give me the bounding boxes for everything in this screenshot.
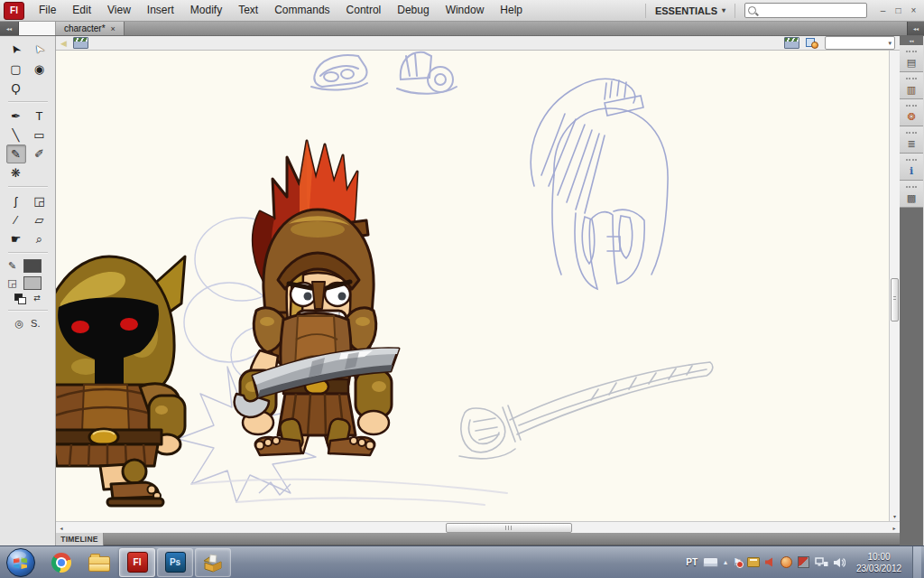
menu-commands[interactable]: Commands bbox=[266, 0, 337, 21]
black-white-button[interactable] bbox=[14, 294, 26, 304]
grip-icon bbox=[906, 159, 917, 163]
swap-colors-button[interactable]: ⇄ bbox=[33, 294, 41, 304]
panel-color[interactable]: ❂ bbox=[900, 99, 923, 126]
taskbar-box-app-button[interactable] bbox=[195, 548, 231, 577]
zoom-tool[interactable]: ⌕ bbox=[30, 229, 50, 248]
network-icon[interactable] bbox=[815, 557, 828, 568]
system-tray: PT ▴ ⚑ 10:00 23/03/2012 bbox=[686, 546, 924, 578]
panel-align[interactable]: ≣ bbox=[900, 126, 923, 154]
edit-symbols-button[interactable] bbox=[806, 38, 818, 49]
menu-insert[interactable]: Insert bbox=[139, 0, 182, 21]
flash-app-icon[interactable]: Fl bbox=[4, 2, 24, 20]
subselection-tool[interactable]: ➤ bbox=[30, 41, 50, 60]
taskbar-photoshop-button[interactable]: Ps bbox=[157, 548, 193, 577]
dock-collapse-button[interactable]: ◂◂ bbox=[900, 36, 923, 45]
tab-title: character* bbox=[64, 23, 106, 33]
menu-window[interactable]: Window bbox=[438, 0, 493, 21]
window-controls: – □ × bbox=[876, 5, 920, 17]
taskbar-chrome-button[interactable] bbox=[43, 548, 79, 577]
keyboard-icon[interactable] bbox=[703, 557, 718, 567]
eyedropper-tool[interactable]: ∕ bbox=[6, 210, 26, 229]
language-indicator[interactable]: PT bbox=[686, 557, 698, 567]
scroll-right-arrow[interactable]: ▸ bbox=[889, 522, 900, 533]
taskbar-clock[interactable]: 10:00 23/03/2012 bbox=[851, 551, 907, 574]
tray-yellow-app-icon[interactable] bbox=[747, 557, 760, 567]
deco-tool[interactable]: ❋ bbox=[6, 163, 26, 182]
tab-well-empty bbox=[125, 22, 907, 35]
fill-color-control[interactable]: ◲ bbox=[6, 276, 50, 290]
dock-expand-button[interactable]: ◂◂ bbox=[907, 22, 924, 35]
fill-color-swatch[interactable] bbox=[23, 276, 42, 290]
close-button[interactable]: × bbox=[907, 5, 920, 17]
text-tool[interactable]: T bbox=[30, 107, 50, 126]
menu-debug[interactable]: Debug bbox=[389, 0, 437, 21]
free-transform-tool[interactable]: ▢ bbox=[6, 60, 26, 79]
search-box[interactable] bbox=[744, 3, 867, 18]
vertical-scrollbar-thumb[interactable] bbox=[891, 278, 899, 322]
search-input[interactable] bbox=[760, 5, 864, 16]
stage-canvas[interactable] bbox=[56, 51, 889, 521]
start-button[interactable] bbox=[5, 547, 36, 578]
panel-library[interactable]: ▥ bbox=[900, 72, 923, 99]
maximize-button[interactable]: □ bbox=[892, 5, 905, 17]
taskbar-flash-button[interactable]: Fl bbox=[119, 548, 155, 577]
menu-edit[interactable]: Edit bbox=[64, 0, 99, 21]
selection-arrow-icon: ➤ bbox=[7, 42, 24, 59]
workspace-switcher[interactable]: ESSENTIALS ▾ bbox=[645, 4, 735, 18]
object-drawing-toggle[interactable]: ◎ bbox=[14, 318, 23, 330]
3d-rotation-tool[interactable]: ◉ bbox=[30, 60, 50, 79]
vertical-scrollbar[interactable]: ▾ bbox=[889, 51, 900, 521]
tools-divider bbox=[8, 101, 48, 103]
panel-info[interactable]: ℹ bbox=[900, 154, 923, 181]
back-arrow-icon[interactable]: ◀ bbox=[60, 39, 67, 48]
pencil-tool[interactable]: ✎ bbox=[6, 144, 26, 163]
volume-icon[interactable] bbox=[834, 557, 845, 568]
chevron-down-icon: ▾ bbox=[722, 6, 725, 14]
tools-divider bbox=[8, 310, 48, 312]
stroke-color-swatch[interactable] bbox=[23, 259, 42, 273]
scroll-down-arrow[interactable]: ▾ bbox=[890, 511, 900, 521]
edit-scene-button[interactable] bbox=[784, 37, 799, 49]
hidden-icons-chevron[interactable]: ▴ bbox=[724, 558, 727, 566]
workspace-label: ESSENTIALS bbox=[655, 5, 717, 16]
stage-zoom-select[interactable]: ▾ bbox=[825, 36, 895, 50]
menu-control[interactable]: Control bbox=[338, 0, 390, 21]
timeline-collapsed-area bbox=[104, 533, 900, 545]
pencil-mode-option[interactable]: S. bbox=[31, 318, 40, 330]
sketch-faint-lines bbox=[187, 471, 512, 511]
menu-file[interactable]: File bbox=[31, 0, 64, 21]
tray-red-gray-app-icon[interactable] bbox=[798, 556, 809, 568]
paint-bucket-tool[interactable]: ◲ bbox=[30, 191, 50, 210]
sketch-sandal-2 bbox=[386, 51, 466, 103]
brush-tool[interactable]: ✐ bbox=[30, 144, 50, 163]
horizontal-scrollbar-thumb[interactable] bbox=[446, 523, 572, 533]
taskbar-explorer-button[interactable] bbox=[81, 548, 117, 577]
selection-tool[interactable]: ➤ bbox=[6, 41, 26, 60]
tools-panel-collapse-button[interactable]: ◂◂ bbox=[0, 22, 19, 35]
menu-view[interactable]: View bbox=[99, 0, 139, 21]
panel-transform[interactable]: ▩ bbox=[900, 181, 923, 208]
hand-tool[interactable]: ☛ bbox=[6, 229, 26, 248]
menu-text[interactable]: Text bbox=[230, 0, 266, 21]
menu-help[interactable]: Help bbox=[492, 0, 531, 21]
lasso-tool[interactable]: Ϙ bbox=[6, 79, 26, 98]
eraser-tool[interactable]: ▱ bbox=[30, 210, 50, 229]
rectangle-tool[interactable]: ▭ bbox=[30, 126, 50, 144]
tray-red-speaker-icon[interactable] bbox=[765, 557, 775, 567]
tray-orange-app-icon[interactable] bbox=[781, 556, 792, 568]
scene-clapperboard-icon bbox=[73, 37, 88, 49]
line-tool[interactable]: ╲ bbox=[6, 126, 26, 144]
menu-modify[interactable]: Modify bbox=[182, 0, 230, 21]
pen-tool[interactable]: ✒ bbox=[6, 107, 26, 126]
show-desktop-button[interactable] bbox=[912, 546, 921, 578]
panel-properties[interactable]: ▤ bbox=[900, 45, 923, 72]
action-center-flag-icon[interactable]: ⚑ bbox=[733, 557, 742, 567]
scroll-left-arrow[interactable]: ◂ bbox=[56, 522, 67, 533]
tab-character[interactable]: character* × bbox=[56, 22, 125, 35]
bone-tool[interactable]: ʃ bbox=[6, 191, 26, 210]
timeline-tab[interactable]: TIMELINE bbox=[56, 533, 104, 545]
minimize-button[interactable]: – bbox=[876, 5, 890, 17]
stroke-color-control[interactable]: ✎ bbox=[6, 259, 50, 273]
horizontal-scrollbar[interactable]: ◂ ▸ bbox=[56, 521, 900, 533]
tab-close-icon[interactable]: × bbox=[111, 24, 116, 33]
